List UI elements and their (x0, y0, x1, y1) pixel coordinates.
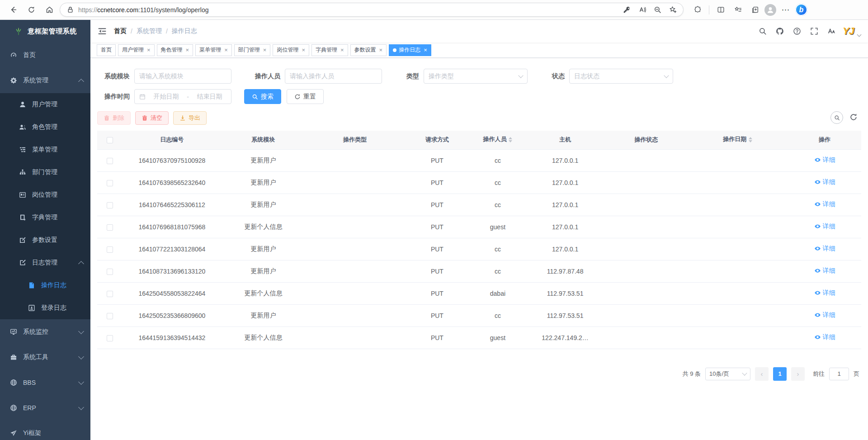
close-tab-icon[interactable]: × (186, 47, 189, 53)
home-icon[interactable] (42, 3, 57, 17)
user-logo[interactable]: YJ (843, 26, 854, 36)
help-icon[interactable] (791, 25, 803, 37)
star-plus-icon[interactable] (666, 4, 679, 16)
split-screen-icon[interactable] (713, 3, 728, 17)
bing-chat-icon[interactable]: b (795, 4, 807, 16)
detail-link[interactable]: 详细 (814, 200, 835, 208)
tab-参数设置[interactable]: 参数设置 × (350, 44, 387, 56)
breadcrumb-item[interactable]: 系统管理 (137, 27, 162, 35)
sidebar-item-首页[interactable]: 首页 (0, 43, 90, 68)
sidebar-item-字典管理[interactable]: 字典管理 (0, 206, 90, 229)
back-icon[interactable] (5, 3, 21, 17)
search-icon[interactable] (757, 25, 769, 37)
row-checkbox[interactable] (107, 291, 113, 297)
breadcrumb-item[interactable]: 操作日志 (172, 27, 197, 35)
sidebar-item-角色管理[interactable]: 角色管理 (0, 116, 90, 138)
row-checkbox[interactable] (107, 269, 113, 275)
prev-page-button[interactable]: ‹ (755, 367, 769, 381)
tab-字典管理[interactable]: 字典管理 × (311, 44, 348, 56)
type-select[interactable]: 操作类型 (424, 69, 528, 84)
close-tab-icon[interactable]: × (147, 47, 151, 53)
sidebar-item-系统管理[interactable]: 系统管理 (0, 68, 90, 93)
sidebar-toggle-icon[interactable] (98, 27, 107, 36)
row-checkbox[interactable] (107, 335, 113, 341)
detail-link[interactable]: 详细 (814, 267, 835, 275)
detail-link[interactable]: 详细 (814, 222, 835, 231)
column-header-操作日期[interactable]: 操作日期 (688, 131, 788, 149)
reset-button[interactable]: 重置 (287, 89, 324, 104)
detail-link[interactable]: 详细 (814, 289, 835, 297)
clear-button[interactable]: 清空 (135, 111, 169, 125)
key-icon[interactable] (620, 4, 633, 16)
delete-button[interactable]: 删除 (97, 111, 131, 125)
url-text[interactable]: https://ccnetcore.com:1101/system/log/op… (78, 6, 620, 14)
tab-角色管理[interactable]: 角色管理 × (157, 44, 193, 56)
detail-link[interactable]: 详细 (814, 156, 835, 164)
close-tab-icon[interactable]: × (424, 47, 427, 53)
row-checkbox[interactable] (107, 224, 113, 231)
module-input[interactable]: 请输入系统模块 (134, 69, 231, 84)
tab-菜单管理[interactable]: 菜单管理 × (195, 44, 232, 56)
tab-操作日志[interactable]: 操作日志 × (389, 44, 431, 56)
row-checkbox[interactable] (107, 202, 113, 208)
zoom-out-icon[interactable] (651, 4, 664, 16)
sidebar-item-菜单管理[interactable]: 菜单管理 (0, 138, 90, 161)
favorites-bar-icon[interactable] (730, 3, 745, 17)
close-tab-icon[interactable]: × (340, 47, 344, 53)
tab-岗位管理[interactable]: 岗位管理 × (273, 44, 309, 56)
close-tab-icon[interactable]: × (263, 47, 267, 53)
sidebar-item-参数设置[interactable]: 参数设置 (0, 229, 90, 251)
export-button[interactable]: 导出 (173, 111, 207, 125)
tab-首页[interactable]: 首页 (97, 44, 116, 56)
sidebar-item-岗位管理[interactable]: 岗位管理 (0, 184, 90, 206)
close-tab-icon[interactable]: × (302, 47, 305, 53)
github-icon[interactable] (774, 25, 786, 37)
next-page-button[interactable]: › (791, 367, 805, 381)
profile-avatar[interactable] (764, 4, 776, 16)
lock-icon[interactable] (66, 5, 75, 14)
row-checkbox[interactable] (107, 313, 113, 319)
toggle-search-button[interactable] (830, 111, 843, 124)
operator-input[interactable]: 请输入操作人员 (285, 69, 382, 84)
column-header-操作人员[interactable]: 操作人员 (470, 131, 525, 149)
read-aloud-icon[interactable] (635, 4, 649, 16)
close-tab-icon[interactable]: × (379, 47, 383, 53)
sidebar-item-ERP[interactable]: ERP (0, 395, 90, 421)
date-range-input[interactable]: 开始日期 - 结束日期 (134, 89, 231, 104)
sidebar-item-系统监控[interactable]: 系统监控 (0, 319, 90, 345)
sidebar-item-操作日志[interactable]: 操作日志 (0, 274, 90, 297)
address-bar[interactable]: https://ccnetcore.com:1101/system/log/op… (60, 3, 684, 17)
collections-icon[interactable] (747, 3, 763, 17)
tab-用户管理[interactable]: 用户管理 × (118, 44, 155, 56)
row-checkbox[interactable] (107, 158, 113, 164)
sidebar-item-BBS[interactable]: BBS (0, 370, 90, 395)
app-logo[interactable]: 意框架管理系统 (0, 20, 90, 43)
detail-link[interactable]: 详细 (814, 245, 835, 253)
extensions-icon[interactable] (690, 3, 705, 17)
user-menu-caret-icon[interactable] (857, 32, 862, 37)
fullscreen-icon[interactable] (808, 25, 820, 37)
sidebar-item-日志管理[interactable]: 日志管理 (0, 251, 90, 274)
refresh-table-button[interactable] (849, 113, 859, 122)
goto-page-input[interactable]: 1 (829, 368, 849, 380)
detail-link[interactable]: 详细 (814, 178, 835, 186)
row-checkbox[interactable] (107, 246, 113, 253)
search-button[interactable]: 搜索 (244, 89, 281, 104)
sidebar-item-登录日志[interactable]: 登录日志 (0, 297, 90, 319)
tab-部门管理[interactable]: 部门管理 × (234, 44, 271, 56)
row-checkbox[interactable] (107, 180, 113, 186)
more-options-icon[interactable]: ⋯ (778, 3, 793, 17)
page-number-1[interactable]: 1 (773, 367, 787, 381)
detail-link[interactable]: 详细 (814, 311, 835, 319)
reload-icon[interactable] (24, 3, 39, 17)
close-tab-icon[interactable]: × (224, 47, 228, 53)
breadcrumb-item[interactable]: 首页 (114, 27, 127, 35)
detail-link[interactable]: 详细 (814, 333, 835, 341)
status-select[interactable]: 日志状态 (569, 69, 673, 84)
sidebar-item-Yi框架[interactable]: Yi框架 (0, 421, 90, 440)
sidebar-item-系统工具[interactable]: 系统工具 (0, 345, 90, 370)
font-size-icon[interactable] (826, 25, 837, 37)
sort-icon[interactable] (509, 135, 512, 144)
select-all-checkbox[interactable] (107, 137, 113, 143)
sidebar-item-用户管理[interactable]: 用户管理 (0, 93, 90, 116)
